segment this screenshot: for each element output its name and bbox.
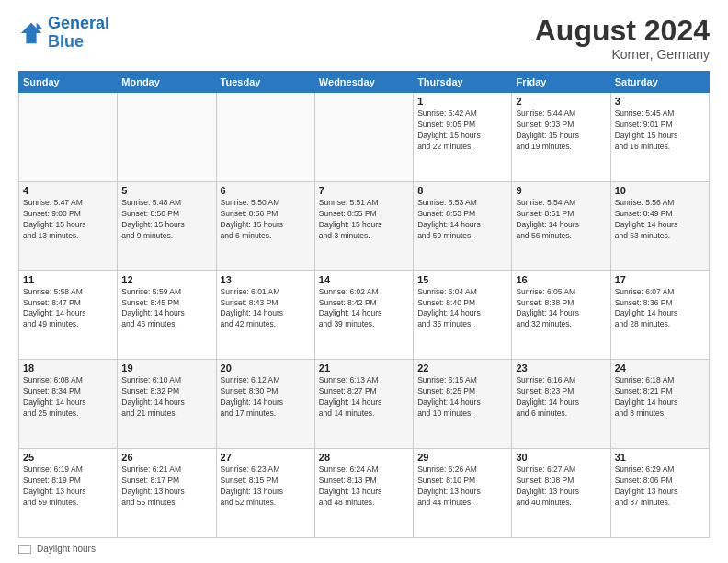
day-info: Sunrise: 6:19 AM Sunset: 8:19 PM Dayligh…: [23, 465, 113, 509]
calendar-cell: 28Sunrise: 6:24 AM Sunset: 8:13 PM Dayli…: [314, 449, 413, 538]
day-info: Sunrise: 5:47 AM Sunset: 9:00 PM Dayligh…: [23, 198, 113, 242]
calendar-cell: 20Sunrise: 6:12 AM Sunset: 8:30 PM Dayli…: [216, 360, 314, 449]
day-number: 9: [516, 185, 606, 196]
day-number: 2: [516, 96, 606, 107]
day-header-tuesday: Tuesday: [216, 72, 314, 93]
title-block: August 2024 Korner, Germany: [535, 15, 710, 62]
day-info: Sunrise: 5:50 AM Sunset: 8:56 PM Dayligh…: [221, 198, 311, 242]
calendar-cell: 3Sunrise: 5:45 AM Sunset: 9:01 PM Daylig…: [610, 93, 709, 182]
calendar-cell: 7Sunrise: 5:51 AM Sunset: 8:55 PM Daylig…: [314, 181, 413, 270]
day-header-monday: Monday: [118, 72, 216, 93]
day-info: Sunrise: 6:16 AM Sunset: 8:23 PM Dayligh…: [516, 375, 606, 419]
day-info: Sunrise: 6:13 AM Sunset: 8:27 PM Dayligh…: [319, 375, 409, 419]
calendar-table: SundayMondayTuesdayWednesdayThursdayFrid…: [18, 71, 710, 538]
day-number: 31: [615, 452, 705, 463]
day-info: Sunrise: 5:42 AM Sunset: 9:05 PM Dayligh…: [417, 109, 507, 153]
header: General Blue August 2024 Korner, Germany: [18, 15, 710, 62]
calendar-cell: [216, 93, 314, 182]
day-number: 30: [516, 452, 606, 463]
week-row-2: 4Sunrise: 5:47 AM Sunset: 9:00 PM Daylig…: [19, 181, 710, 270]
day-number: 3: [615, 96, 705, 107]
day-number: 23: [516, 362, 606, 373]
day-number: 12: [121, 274, 211, 285]
day-info: Sunrise: 6:21 AM Sunset: 8:17 PM Dayligh…: [121, 465, 211, 509]
calendar-cell: 18Sunrise: 6:08 AM Sunset: 8:34 PM Dayli…: [19, 360, 118, 449]
day-info: Sunrise: 6:29 AM Sunset: 8:06 PM Dayligh…: [615, 465, 705, 509]
calendar-cell: 5Sunrise: 5:48 AM Sunset: 8:58 PM Daylig…: [118, 181, 216, 270]
calendar-cell: 25Sunrise: 6:19 AM Sunset: 8:19 PM Dayli…: [19, 449, 118, 538]
day-info: Sunrise: 6:08 AM Sunset: 8:34 PM Dayligh…: [23, 375, 113, 419]
day-number: 4: [23, 185, 113, 196]
logo-icon: [18, 20, 44, 46]
day-info: Sunrise: 5:53 AM Sunset: 8:53 PM Dayligh…: [417, 198, 507, 242]
calendar-cell: 1Sunrise: 5:42 AM Sunset: 9:05 PM Daylig…: [414, 93, 512, 182]
calendar-cell: [314, 93, 413, 182]
day-header-sunday: Sunday: [19, 72, 118, 93]
footer-label: Daylight hours: [37, 544, 96, 554]
footer: Daylight hours: [18, 544, 710, 554]
day-header-wednesday: Wednesday: [314, 72, 413, 93]
week-row-1: 1Sunrise: 5:42 AM Sunset: 9:05 PM Daylig…: [19, 93, 710, 182]
calendar-cell: 24Sunrise: 6:18 AM Sunset: 8:21 PM Dayli…: [610, 360, 709, 449]
day-info: Sunrise: 6:12 AM Sunset: 8:30 PM Dayligh…: [221, 375, 311, 419]
day-number: 6: [221, 185, 311, 196]
calendar-cell: 30Sunrise: 6:27 AM Sunset: 8:08 PM Dayli…: [512, 449, 610, 538]
calendar-cell: 22Sunrise: 6:15 AM Sunset: 8:25 PM Dayli…: [414, 360, 512, 449]
day-info: Sunrise: 6:05 AM Sunset: 8:38 PM Dayligh…: [516, 287, 606, 331]
day-info: Sunrise: 6:10 AM Sunset: 8:32 PM Dayligh…: [121, 375, 211, 419]
day-info: Sunrise: 5:56 AM Sunset: 8:49 PM Dayligh…: [615, 198, 705, 242]
day-number: 11: [23, 274, 113, 285]
calendar-cell: 31Sunrise: 6:29 AM Sunset: 8:06 PM Dayli…: [610, 449, 709, 538]
calendar-cell: 16Sunrise: 6:05 AM Sunset: 8:38 PM Dayli…: [512, 270, 610, 360]
calendar-cell: 9Sunrise: 5:54 AM Sunset: 8:51 PM Daylig…: [512, 181, 610, 270]
day-info: Sunrise: 6:02 AM Sunset: 8:42 PM Dayligh…: [319, 287, 409, 331]
day-info: Sunrise: 6:07 AM Sunset: 8:36 PM Dayligh…: [615, 287, 705, 331]
calendar-cell: 11Sunrise: 5:58 AM Sunset: 8:47 PM Dayli…: [19, 270, 118, 360]
logo-text: General Blue: [48, 15, 109, 52]
day-number: 25: [23, 452, 113, 463]
day-number: 20: [221, 362, 311, 373]
calendar-cell: 14Sunrise: 6:02 AM Sunset: 8:42 PM Dayli…: [314, 270, 413, 360]
page: General Blue August 2024 Korner, Germany…: [0, 0, 728, 563]
day-number: 18: [23, 362, 113, 373]
svg-marker-1: [37, 23, 43, 29]
calendar-cell: 6Sunrise: 5:50 AM Sunset: 8:56 PM Daylig…: [216, 181, 314, 270]
day-info: Sunrise: 6:27 AM Sunset: 8:08 PM Dayligh…: [516, 465, 606, 509]
day-info: Sunrise: 5:51 AM Sunset: 8:55 PM Dayligh…: [319, 198, 409, 242]
calendar-cell: 26Sunrise: 6:21 AM Sunset: 8:17 PM Dayli…: [118, 449, 216, 538]
day-info: Sunrise: 6:01 AM Sunset: 8:43 PM Dayligh…: [221, 287, 311, 331]
day-number: 19: [121, 362, 211, 373]
week-row-4: 18Sunrise: 6:08 AM Sunset: 8:34 PM Dayli…: [19, 360, 710, 449]
calendar-cell: 15Sunrise: 6:04 AM Sunset: 8:40 PM Dayli…: [414, 270, 512, 360]
location: Korner, Germany: [535, 47, 710, 62]
day-number: 24: [615, 362, 705, 373]
day-number: 14: [319, 274, 409, 285]
calendar-cell: 10Sunrise: 5:56 AM Sunset: 8:49 PM Dayli…: [610, 181, 709, 270]
day-number: 8: [417, 185, 507, 196]
day-number: 17: [615, 274, 705, 285]
day-number: 1: [417, 96, 507, 107]
day-info: Sunrise: 5:59 AM Sunset: 8:45 PM Dayligh…: [121, 287, 211, 331]
day-number: 15: [417, 274, 507, 285]
calendar-cell: 4Sunrise: 5:47 AM Sunset: 9:00 PM Daylig…: [19, 181, 118, 270]
day-number: 10: [615, 185, 705, 196]
calendar-cell: 13Sunrise: 6:01 AM Sunset: 8:43 PM Dayli…: [216, 270, 314, 360]
calendar-cell: 21Sunrise: 6:13 AM Sunset: 8:27 PM Dayli…: [314, 360, 413, 449]
calendar-cell: 12Sunrise: 5:59 AM Sunset: 8:45 PM Dayli…: [118, 270, 216, 360]
calendar-cell: 8Sunrise: 5:53 AM Sunset: 8:53 PM Daylig…: [414, 181, 512, 270]
calendar-cell: 19Sunrise: 6:10 AM Sunset: 8:32 PM Dayli…: [118, 360, 216, 449]
day-info: Sunrise: 6:04 AM Sunset: 8:40 PM Dayligh…: [417, 287, 507, 331]
calendar-cell: 29Sunrise: 6:26 AM Sunset: 8:10 PM Dayli…: [414, 449, 512, 538]
day-number: 22: [417, 362, 507, 373]
day-header-friday: Friday: [512, 72, 610, 93]
footer-box: [18, 545, 31, 554]
day-info: Sunrise: 6:26 AM Sunset: 8:10 PM Dayligh…: [417, 465, 507, 509]
day-number: 16: [516, 274, 606, 285]
calendar-cell: 23Sunrise: 6:16 AM Sunset: 8:23 PM Dayli…: [512, 360, 610, 449]
week-row-3: 11Sunrise: 5:58 AM Sunset: 8:47 PM Dayli…: [19, 270, 710, 360]
calendar-cell: [19, 93, 118, 182]
day-info: Sunrise: 5:54 AM Sunset: 8:51 PM Dayligh…: [516, 198, 606, 242]
day-info: Sunrise: 6:24 AM Sunset: 8:13 PM Dayligh…: [319, 465, 409, 509]
day-info: Sunrise: 6:18 AM Sunset: 8:21 PM Dayligh…: [615, 375, 705, 419]
day-info: Sunrise: 5:44 AM Sunset: 9:03 PM Dayligh…: [516, 109, 606, 153]
